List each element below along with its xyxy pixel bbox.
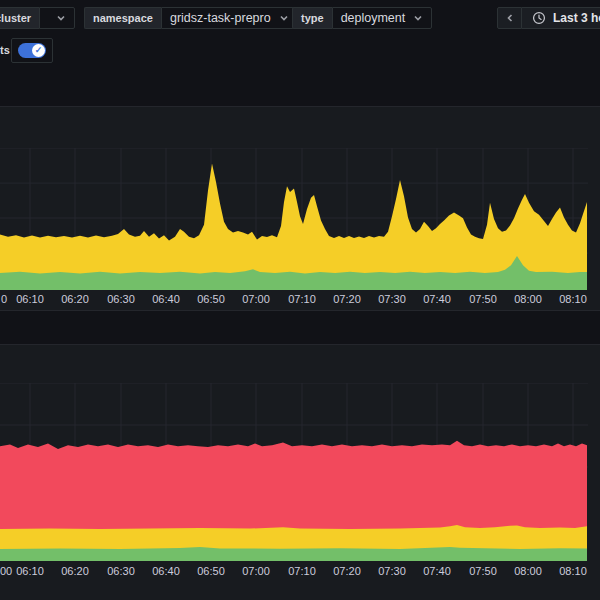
x-axis-label: 06:10 (8, 293, 52, 305)
x-axis-label: 07:30 (370, 565, 414, 577)
variable-namespace-value: gridsz-task-prepro (170, 11, 271, 25)
series-green-band (0, 547, 587, 561)
time-range-button[interactable]: Last 3 hou (522, 7, 600, 29)
x-axis-label: 07:50 (461, 565, 505, 577)
time-range-label: Last 3 hou (553, 11, 600, 25)
top-chart-plot[interactable] (0, 148, 588, 290)
x-axis-label: 07:20 (325, 293, 369, 305)
chevron-down-icon (413, 13, 423, 23)
top-chart-canvas[interactable] (0, 148, 588, 290)
x-axis-label: 07:50 (461, 293, 505, 305)
clock-icon (532, 11, 546, 25)
variable-cluster-label: cluster (0, 7, 39, 29)
x-axis-label: 06:40 (144, 565, 188, 577)
x-axis-label: 07:10 (280, 293, 324, 305)
toggle-check-icon: ✓ (32, 44, 45, 57)
chevron-down-icon (56, 13, 66, 23)
variable-cluster: cluster (0, 7, 75, 29)
x-axis-label: 07:20 (325, 565, 369, 577)
variable-type: type deployment (292, 7, 432, 29)
x-axis-label: 06:10 (8, 565, 52, 577)
top-chart-x-axis: 006:1006:2006:3006:4006:5007:0007:1007:2… (0, 293, 600, 307)
x-axis-label: 07:00 (234, 293, 278, 305)
time-range-back-button[interactable] (497, 7, 522, 29)
x-axis-label: 06:50 (189, 565, 233, 577)
variable-type-label: type (292, 7, 332, 29)
panel-top: 006:1006:2006:3006:4006:5007:0007:1007:2… (0, 106, 600, 311)
bottom-chart-canvas[interactable] (0, 383, 588, 561)
time-picker: Last 3 hou (497, 7, 600, 29)
x-axis-label: 07:10 (280, 565, 324, 577)
variable-namespace-label: namespace (84, 7, 161, 29)
variable-cluster-dropdown[interactable] (39, 7, 75, 29)
x-axis-label: 07:40 (415, 293, 459, 305)
x-axis-label: 08:00 (506, 565, 550, 577)
x-axis-label: 06:30 (99, 293, 143, 305)
dashboard-screen: cluster namespace gridsz-task-prepro typ… (0, 0, 600, 600)
chevron-left-icon (505, 13, 515, 23)
x-axis-label: 06:50 (189, 293, 233, 305)
x-axis-label: 07:30 (370, 293, 414, 305)
bottom-chart-x-axis: 0006:1006:2006:3006:4006:5007:0007:1007:… (0, 565, 600, 579)
variable-namespace-dropdown[interactable]: gridsz-task-prepro (161, 7, 298, 29)
x-axis-label: 06:30 (99, 565, 143, 577)
toggle-label: ts (0, 44, 10, 56)
x-axis-label: 08:10 (551, 565, 595, 577)
x-axis-label: 08:00 (506, 293, 550, 305)
series-yellow-stack-total (0, 164, 587, 290)
bottom-chart-plot[interactable] (0, 383, 588, 561)
variable-type-value: deployment (341, 11, 406, 25)
x-axis-label: 07:40 (415, 565, 459, 577)
toggle-switch[interactable]: ✓ (11, 38, 53, 63)
x-axis-label: 06:40 (144, 293, 188, 305)
x-axis-label: 06:20 (53, 293, 97, 305)
x-axis-label: 06:20 (53, 565, 97, 577)
panel-bottom: 0006:1006:2006:3006:4006:5007:0007:1007:… (0, 344, 600, 600)
x-axis-label: 07:00 (234, 565, 278, 577)
x-axis-label: 08:10 (551, 293, 595, 305)
variable-type-dropdown[interactable]: deployment (332, 7, 433, 29)
chevron-down-icon (279, 13, 289, 23)
toggle-switch-pill: ✓ (18, 43, 46, 58)
variable-namespace: namespace gridsz-task-prepro (84, 7, 298, 29)
